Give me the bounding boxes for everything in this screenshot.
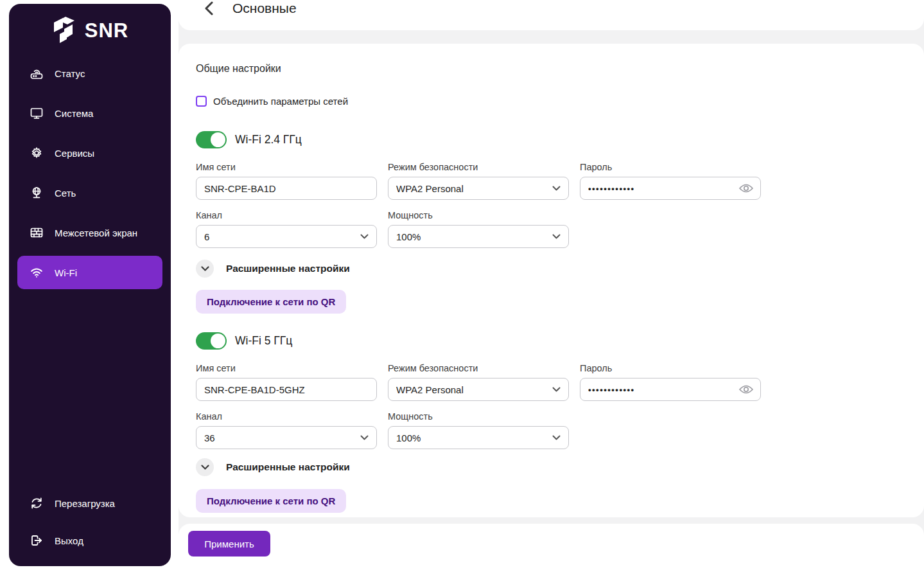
band-2g-header: Wi-Fi 2.4 ГГц [196, 131, 924, 148]
globe-icon [29, 185, 44, 200]
sidebar-bottom-nav: Перезагрузка Выход [9, 486, 171, 566]
password-input-2g[interactable] [580, 177, 761, 200]
brand-name: SNR [85, 19, 128, 42]
advanced-settings-toggle-2g[interactable]: Расширенные настройки [196, 260, 924, 278]
qr-connect-button-5g[interactable]: Подключение к сети по QR [196, 489, 346, 513]
wifi-5g-toggle[interactable] [196, 332, 227, 350]
security-select-5g[interactable]: WPA2 Personal [388, 378, 569, 401]
chevron-down-icon [552, 234, 561, 239]
monitor-icon [29, 105, 44, 121]
power-select-5g[interactable]: 100% [388, 426, 569, 449]
password-field-group: Пароль [580, 161, 761, 200]
password-field-group: Пароль [580, 362, 761, 401]
security-field-group: Режим безопасности WPA2 Personal [388, 161, 569, 200]
ssid-field-group: Имя сети [196, 362, 377, 401]
chevron-down-icon [360, 435, 369, 440]
router-status-icon [29, 66, 44, 81]
security-selected-value: WPA2 Personal [396, 384, 464, 395]
channel-field-group: Канал 6 [196, 209, 377, 248]
ssid-field-group: Имя сети [196, 161, 377, 200]
sidebar-item-label: Wi-Fi [55, 267, 77, 278]
advanced-settings-label: Расширенные настройки [226, 263, 350, 274]
power-selected-value: 100% [396, 231, 421, 242]
sidebar-item-label: Система [55, 108, 93, 119]
reboot-icon [29, 495, 44, 511]
firewall-icon [29, 225, 44, 240]
password-label: Пароль [580, 161, 761, 173]
band-2g-title: Wi-Fi 2.4 ГГц [235, 133, 302, 147]
toggle-knob [211, 132, 225, 147]
logout-icon [29, 533, 44, 548]
power-label: Мощность [388, 209, 569, 221]
security-selected-value: WPA2 Personal [396, 183, 464, 194]
channel-selected-value: 6 [204, 231, 209, 242]
advanced-settings-label: Расширенные настройки [226, 461, 350, 473]
ssid-label: Имя сети [196, 362, 377, 374]
sidebar-item-reboot[interactable]: Перезагрузка [17, 486, 162, 520]
sidebar: SNR Статус [9, 4, 171, 566]
sidebar-item-label: Перезагрузка [55, 498, 115, 509]
sidebar-item-label: Сервисы [55, 148, 94, 159]
channel-select-2g[interactable]: 6 [196, 225, 377, 248]
password-label: Пароль [580, 362, 761, 374]
chevron-down-icon[interactable] [196, 458, 214, 476]
chevron-down-icon[interactable] [196, 260, 214, 278]
power-field-group: Мощность 100% [388, 411, 569, 449]
sidebar-item-firewall[interactable]: Межсетевой экран [17, 216, 162, 249]
back-button[interactable] [202, 0, 215, 17]
channel-label: Канал [196, 209, 377, 221]
wifi-icon [29, 265, 44, 280]
snr-cube-logo-icon [51, 15, 78, 47]
qr-connect-button-2g[interactable]: Подключение к сети по QR [196, 290, 346, 314]
show-password-icon[interactable] [738, 382, 754, 396]
band-5g-header: Wi-Fi 5 ГГц [196, 332, 924, 350]
security-label: Режим безопасности [388, 362, 569, 374]
channel-field-group: Канал 36 [196, 411, 377, 449]
advanced-settings-toggle-5g[interactable]: Расширенные настройки [196, 458, 924, 476]
security-label: Режим безопасности [388, 161, 569, 173]
sidebar-item-status[interactable]: Статус [17, 57, 162, 90]
channel-select-5g[interactable]: 36 [196, 426, 377, 449]
sidebar-item-system[interactable]: Система [17, 96, 162, 130]
page-title: Основные [232, 0, 297, 17]
wifi-settings-card: Общие настройки Объединить параметры сет… [179, 44, 924, 517]
band-5g-title: Wi-Fi 5 ГГц [235, 334, 292, 348]
merge-networks-label: Объединить параметры сетей [213, 96, 348, 107]
merge-networks-checkbox[interactable] [196, 96, 207, 107]
brand-logo: SNR [9, 4, 171, 46]
security-select-2g[interactable]: WPA2 Personal [388, 177, 569, 200]
sidebar-nav: Статус Система Сервисы [9, 57, 171, 289]
chevron-down-icon [552, 435, 561, 440]
chevron-down-icon [360, 234, 369, 239]
chevron-down-icon [552, 186, 561, 191]
merge-networks-checkbox-row[interactable]: Объединить параметры сетей [196, 96, 924, 107]
footer-bar: Применить [179, 524, 924, 570]
sidebar-item-network[interactable]: Сеть [17, 176, 162, 209]
apply-button[interactable]: Применить [188, 531, 270, 557]
section-title: Общие настройки [196, 63, 924, 75]
sidebar-item-label: Сеть [55, 188, 76, 199]
chevron-down-icon [552, 387, 561, 392]
page-header: Основные [179, 0, 924, 30]
password-input-5g[interactable] [580, 378, 761, 401]
sidebar-item-label: Межсетевой экран [55, 227, 137, 238]
ssid-input-2g[interactable] [196, 177, 377, 200]
security-field-group: Режим безопасности WPA2 Personal [388, 362, 569, 401]
band-2g-fields: Имя сети Режим безопасности WPA2 Persona… [196, 161, 924, 248]
sidebar-item-label: Выход [55, 535, 83, 546]
show-password-icon[interactable] [738, 181, 754, 195]
power-label: Мощность [388, 411, 569, 422]
power-field-group: Мощность 100% [388, 209, 569, 248]
power-selected-value: 100% [396, 432, 421, 443]
power-select-2g[interactable]: 100% [388, 225, 569, 248]
ssid-label: Имя сети [196, 161, 377, 173]
ssid-input-5g[interactable] [196, 378, 377, 401]
channel-selected-value: 36 [204, 432, 215, 443]
content-area: Основные Общие настройки Объединить пара… [179, 0, 924, 570]
channel-label: Канал [196, 411, 377, 422]
sidebar-item-logout[interactable]: Выход [17, 524, 162, 557]
sidebar-item-services[interactable]: Сервисы [17, 136, 162, 170]
sidebar-item-wifi[interactable]: Wi-Fi [17, 256, 162, 289]
wifi-2g-toggle[interactable] [196, 131, 227, 148]
gear-icon [29, 145, 44, 161]
